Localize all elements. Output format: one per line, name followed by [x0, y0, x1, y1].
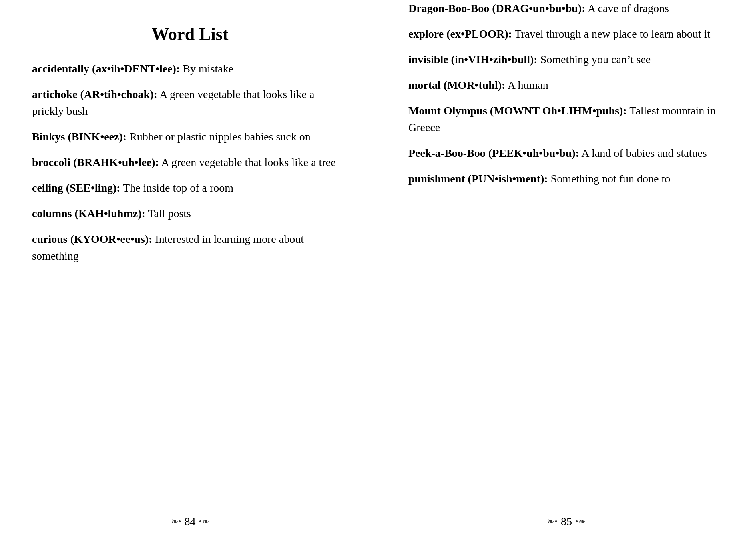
- word-def: Tall posts: [145, 207, 191, 220]
- word-term: artichoke (AR•tih•choak):: [32, 88, 157, 100]
- page-footer-left: ❧• 84 •❧: [32, 507, 348, 528]
- word-term: invisible (in•VIH•zih•bull):: [408, 53, 538, 66]
- word-term: punishment (PUN•ish•ment):: [408, 172, 548, 185]
- list-item: curious (KYOOR•ee•us): Interested in lea…: [32, 231, 348, 264]
- word-def: Travel through a new place to learn abou…: [512, 28, 710, 40]
- word-term: Binkys (BINK•eez):: [32, 130, 127, 143]
- page-title: Word List: [32, 24, 348, 44]
- list-item: punishment (PUN•ish•ment): Something not…: [408, 170, 725, 187]
- word-term: broccoli (BRAHK•uh•lee):: [32, 156, 159, 168]
- word-term: mortal (MOR•tuhl):: [408, 79, 505, 91]
- word-def: Something you can’t see: [538, 53, 651, 66]
- word-term: Mount Olympus (MOWNT Oh•LIHM•puhs):: [408, 104, 627, 117]
- list-item: invisible (in•VIH•zih•bull): Something y…: [408, 51, 725, 68]
- list-item: mortal (MOR•tuhl): A human: [408, 77, 725, 94]
- word-term: Dragon-Boo-Boo (DRAG•un•bu•bu):: [408, 2, 585, 14]
- word-def: Rubber or plastic nipples babies suck on: [127, 130, 311, 143]
- word-term: accidentally (ax•ih•DENT•lee):: [32, 62, 180, 75]
- word-def: Something not fun done to: [548, 172, 671, 185]
- leaf-right-icon: •❧: [199, 516, 209, 527]
- word-def: A human: [505, 79, 548, 91]
- leaf-right-icon: •❧: [575, 516, 586, 527]
- word-term: curious (KYOOR•ee•us):: [32, 233, 152, 245]
- word-def: By mistake: [180, 62, 233, 75]
- left-page: Word List accidentally (ax•ih•DENT•lee):…: [0, 0, 376, 560]
- list-item: artichoke (AR•tih•choak): A green vegeta…: [32, 86, 348, 120]
- word-list-right: Dragon-Boo-Boo (DRAG•un•bu•bu): A cave o…: [408, 0, 725, 507]
- list-item: Binkys (BINK•eez): Rubber or plastic nip…: [32, 128, 348, 145]
- list-item: accidentally (ax•ih•DENT•lee): By mistak…: [32, 60, 348, 77]
- word-def: A land of babies and statues: [579, 147, 707, 159]
- list-item: Dragon-Boo-Boo (DRAG•un•bu•bu): A cave o…: [408, 0, 725, 17]
- page-number-left: 84: [185, 515, 196, 528]
- leaf-left-icon: ❧•: [547, 516, 558, 527]
- list-item: explore (ex•PLOOR): Travel through a new…: [408, 26, 725, 42]
- list-item: columns (KAH•luhmz): Tall posts: [32, 205, 348, 222]
- word-def: A cave of dragons: [585, 2, 669, 14]
- page-footer-right: ❧• 85 •❧: [408, 507, 725, 528]
- word-def: A green vegetable that looks like a tree: [159, 156, 336, 168]
- word-list-left: accidentally (ax•ih•DENT•lee): By mistak…: [32, 60, 348, 507]
- word-term: columns (KAH•luhmz):: [32, 207, 145, 220]
- right-page: Dragon-Boo-Boo (DRAG•un•bu•bu): A cave o…: [376, 0, 753, 560]
- list-item: ceiling (SEE•ling): The inside top of a …: [32, 180, 348, 196]
- list-item: broccoli (BRAHK•uh•lee): A green vegetab…: [32, 154, 348, 171]
- page-number-right: 85: [561, 515, 572, 528]
- list-item: Mount Olympus (MOWNT Oh•LIHM•puhs): Tall…: [408, 102, 725, 136]
- leaf-left-icon: ❧•: [171, 516, 181, 527]
- word-term: explore (ex•PLOOR):: [408, 28, 512, 40]
- word-def: The inside top of a room: [120, 182, 234, 194]
- word-term: Peek-a-Boo-Boo (PEEK•uh•bu•bu):: [408, 147, 579, 159]
- word-term: ceiling (SEE•ling):: [32, 182, 120, 194]
- list-item: Peek-a-Boo-Boo (PEEK•uh•bu•bu): A land o…: [408, 145, 725, 162]
